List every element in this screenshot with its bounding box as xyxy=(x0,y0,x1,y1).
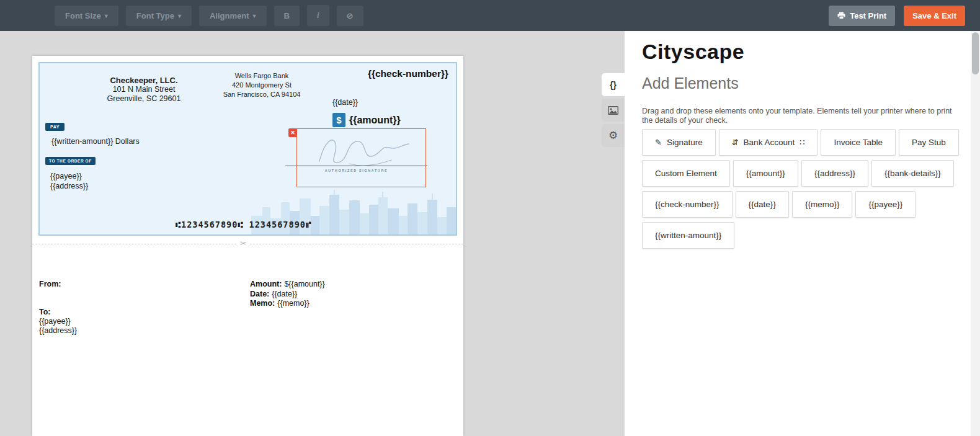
template-title: Cityscape xyxy=(642,40,744,64)
payee-address-field[interactable]: {{payee}} {{address}} xyxy=(50,172,88,191)
company-address-block[interactable]: Checkeeper, LLC. 101 N Main Street Green… xyxy=(66,76,221,104)
to-order-of-badge: TO THE ORDER OF xyxy=(45,157,96,165)
add-elements-description: Drag and drop these elements onto your t… xyxy=(642,107,955,125)
company-address2: Greenville, SC 29601 xyxy=(66,94,221,104)
element-label: {{amount}} xyxy=(746,169,785,178)
stub-date-row: Date:{{date}} xyxy=(250,290,325,300)
bold-button[interactable]: B xyxy=(274,6,300,26)
elements-grid: ✎ Signature ⇵ Bank Account ∷ Invoice Tab… xyxy=(642,129,961,249)
pen-icon: ✎ xyxy=(655,138,662,147)
amount-placeholder: {{amount}} xyxy=(349,115,401,126)
bank-address1: 420 Montgomery St xyxy=(200,81,324,90)
written-amount-field[interactable]: {{written-amount}} Dollars xyxy=(51,137,140,146)
pay-badge: PAY xyxy=(45,123,65,131)
element-label: {{address}} xyxy=(814,169,855,178)
signature-element-selected[interactable]: ✕ xyxy=(296,128,426,187)
font-size-label: Font Size xyxy=(65,11,101,20)
italic-label: i xyxy=(317,11,319,20)
stub-address-placeholder: {{address}} xyxy=(39,326,77,336)
chevron-down-icon: ▾ xyxy=(178,12,181,19)
check-number-field[interactable]: {{check-number}} xyxy=(368,68,448,79)
element-bank-details[interactable]: {{bank-details}} xyxy=(871,160,954,187)
stub-amount-label: Amount: xyxy=(250,280,282,288)
element-signature[interactable]: ✎ Signature xyxy=(642,129,716,156)
element-address[interactable]: {{address}} xyxy=(801,160,868,187)
gear-icon: ⚙ xyxy=(608,129,618,142)
element-pay-stub[interactable]: Pay Stub xyxy=(899,129,959,156)
element-written-amount[interactable]: {{written-amount}} xyxy=(642,222,734,249)
font-size-dropdown[interactable]: Font Size ▾ xyxy=(55,6,118,26)
signature-image xyxy=(314,131,414,170)
element-bank-account[interactable]: ⇵ Bank Account ∷ xyxy=(719,129,818,156)
amount-field[interactable]: $ {{amount}} xyxy=(332,113,401,127)
micr-line: ⑆1234567890⑆ 1234567890⑈ xyxy=(176,220,311,229)
check-page: Checkeeper, LLC. 101 N Main Street Green… xyxy=(32,56,463,436)
stub-details-block: Amount:${{amount}} Date:{{date}} Memo:{{… xyxy=(250,280,325,309)
code-braces-icon: {} xyxy=(610,80,617,90)
bank-name: Wells Fargo Bank xyxy=(200,71,324,81)
tab-settings[interactable]: ⚙ xyxy=(602,124,625,147)
drag-handle-icon: ∷ xyxy=(800,138,804,147)
element-label: Custom Element xyxy=(655,169,717,178)
bank-address2: San Francisco, CA 94104 xyxy=(200,90,324,99)
toolbar: Font Size ▾ Font Type ▾ Alignment ▾ B i … xyxy=(0,0,980,31)
font-type-dropdown[interactable]: Font Type ▾ xyxy=(126,6,192,26)
italic-button[interactable]: i xyxy=(307,5,329,26)
element-label: {{date}} xyxy=(749,200,776,209)
bold-label: B xyxy=(284,11,290,20)
element-label: Invoice Table xyxy=(834,138,883,147)
element-check-number[interactable]: {{check-number}} xyxy=(642,191,733,218)
company-name: Checkeeper, LLC. xyxy=(66,76,221,85)
vertical-scrollbar[interactable] xyxy=(971,31,980,436)
element-amount[interactable]: {{amount}} xyxy=(733,160,798,187)
tab-elements[interactable]: {} xyxy=(602,73,625,96)
element-label: {{check-number}} xyxy=(655,200,719,209)
check-preview[interactable]: Checkeeper, LLC. 101 N Main Street Green… xyxy=(38,62,457,236)
delete-signature-button[interactable]: ✕ xyxy=(288,128,297,137)
clear-formatting-button[interactable]: ⊘ xyxy=(337,6,363,26)
stub-date-label: Date: xyxy=(250,290,269,298)
perforation-line: ✂ xyxy=(32,244,463,244)
element-label: {{written-amount}} xyxy=(655,231,721,240)
element-payee[interactable]: {{payee}} xyxy=(855,191,915,218)
bank-details-block[interactable]: Wells Fargo Bank 420 Montgomery St San F… xyxy=(200,71,324,99)
toolbar-right-group: Test Print Save & Exit xyxy=(829,6,965,26)
sidebar-tabstrip: {} ⚙ xyxy=(602,73,625,149)
stub-memo-row: Memo:{{memo}} xyxy=(250,299,325,309)
alignment-label: Alignment xyxy=(210,11,249,20)
address-placeholder: {{address}} xyxy=(50,182,88,192)
tab-images[interactable] xyxy=(602,99,625,122)
stub-amount-row: Amount:${{amount}} xyxy=(250,280,325,290)
scissors-icon: ✂ xyxy=(237,239,250,248)
add-elements-heading: Add Elements xyxy=(642,74,739,92)
element-label: Pay Stub xyxy=(912,138,946,147)
alignment-dropdown[interactable]: Alignment ▾ xyxy=(199,6,267,26)
editor-canvas: Checkeeper, LLC. 101 N Main Street Green… xyxy=(0,31,625,436)
stub-payee-block: {{payee}} {{address}} xyxy=(39,317,77,336)
stub-to-label: To: xyxy=(39,308,51,316)
save-exit-label: Save & Exit xyxy=(912,11,956,20)
element-custom[interactable]: Custom Element xyxy=(642,160,730,187)
element-label: Bank Account xyxy=(744,138,795,147)
font-type-label: Font Type xyxy=(136,11,174,20)
save-exit-button[interactable]: Save & Exit xyxy=(904,6,965,26)
element-date[interactable]: {{date}} xyxy=(736,191,789,218)
test-print-button[interactable]: Test Print xyxy=(829,6,895,26)
element-memo[interactable]: {{memo}} xyxy=(792,191,853,218)
payee-placeholder: {{payee}} xyxy=(50,172,88,182)
stub-memo-label: Memo: xyxy=(250,299,275,308)
element-label: {{payee}} xyxy=(868,200,902,209)
stub-from-label: From: xyxy=(39,280,61,288)
date-field[interactable]: {{date}} xyxy=(332,98,358,107)
check-template-editor: Font Size ▾ Font Type ▾ Alignment ▾ B i … xyxy=(0,0,980,436)
chevron-down-icon: ▾ xyxy=(253,12,256,19)
stub-amount-value: ${{amount}} xyxy=(284,280,324,288)
stub-payee-placeholder: {{payee}} xyxy=(39,317,77,326)
stub-date-value: {{date}} xyxy=(272,290,297,298)
stub-memo-value: {{memo}} xyxy=(277,299,309,308)
element-label: {{memo}} xyxy=(805,200,840,209)
element-invoice-table[interactable]: Invoice Table xyxy=(821,129,896,156)
element-label: Signature xyxy=(667,138,703,147)
scrollbar-thumb[interactable] xyxy=(972,32,979,74)
clear-formatting-icon: ⊘ xyxy=(347,11,354,20)
